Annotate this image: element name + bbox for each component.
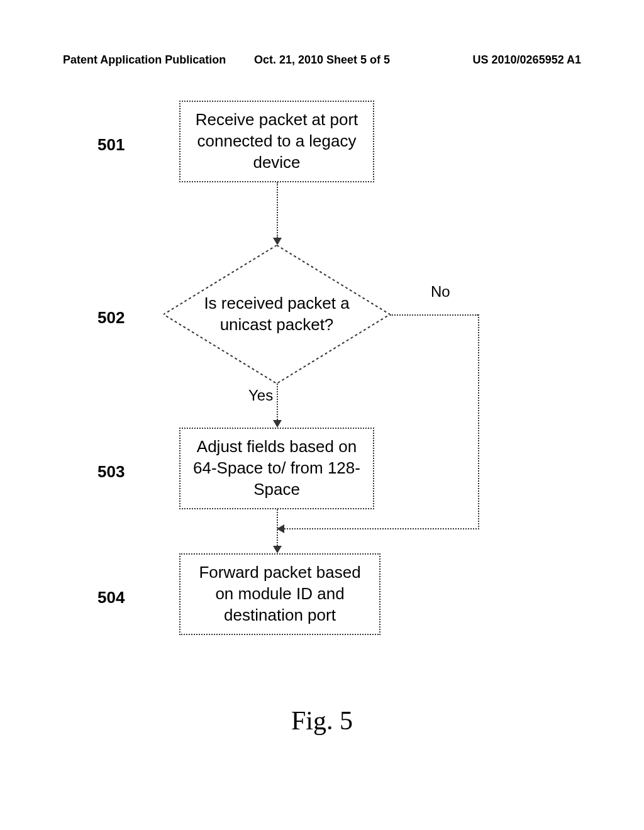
yes-label: Yes — [248, 387, 273, 404]
step-503-text: Adjust fields based on 64-Space to/ from… — [190, 436, 364, 500]
step-501-box: Receive packet at port connected to a le… — [179, 101, 374, 182]
step-502-text: Is received packet a unicast packet? — [198, 293, 355, 336]
header-publication: Patent Application Publication — [63, 53, 236, 67]
step-503-box: Adjust fields based on 64-Space to/ from… — [179, 428, 374, 509]
step-503-label: 503 — [97, 462, 125, 482]
arrow-head-502-503 — [273, 420, 282, 428]
step-504-box: Forward packet based on module ID and de… — [179, 553, 380, 635]
page-header: Patent Application Publication Oct. 21, … — [0, 53, 644, 67]
figure-caption: Fig. 5 — [0, 706, 644, 736]
step-504-label: 504 — [97, 588, 125, 607]
arrow-502-503 — [277, 384, 278, 420]
no-label: No — [431, 283, 450, 301]
header-pub-number: US 2010/0265952 A1 — [408, 53, 581, 67]
header-date-sheet: Oct. 21, 2010 Sheet 5 of 5 — [236, 53, 409, 67]
step-501-text: Receive packet at port connected to a le… — [190, 109, 364, 173]
step-501-label: 501 — [97, 135, 125, 155]
no-line-left — [284, 528, 479, 529]
no-arrow-head — [277, 524, 284, 533]
step-502-label: 502 — [97, 308, 125, 328]
step-504-text: Forward packet based on module ID and de… — [190, 562, 370, 626]
step-502-diamond: Is received packet a unicast packet? — [164, 245, 390, 384]
arrow-head-503-504 — [273, 546, 282, 553]
arrow-head-501-502 — [273, 238, 282, 245]
no-line-right — [390, 314, 478, 316]
no-line-down — [478, 314, 479, 529]
arrow-501-502 — [277, 182, 278, 238]
flowchart: 501 Receive packet at port connected to … — [0, 101, 644, 729]
